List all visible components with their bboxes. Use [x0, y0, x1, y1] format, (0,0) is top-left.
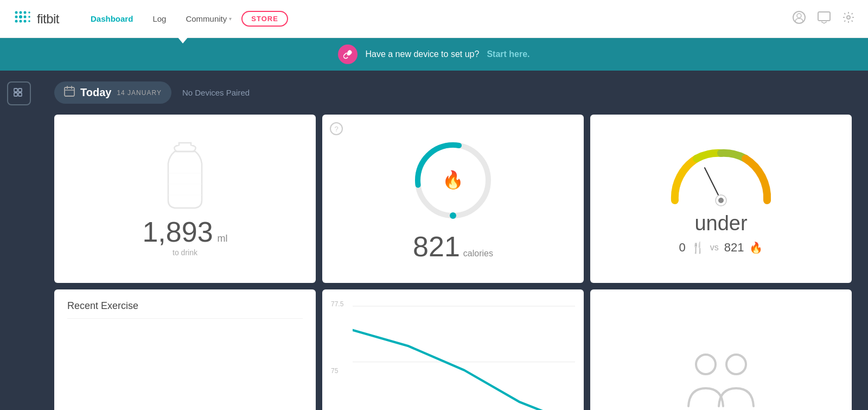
- svg-text:🔥: 🔥: [442, 169, 464, 190]
- divider: [67, 318, 303, 319]
- chart-plot-area: [353, 298, 575, 410]
- community-dropdown-icon: ▾: [229, 16, 232, 22]
- svg-point-6: [15, 20, 18, 22]
- banner-start-link[interactable]: Start here.: [487, 49, 529, 59]
- svg-point-13: [797, 14, 801, 18]
- svg-point-1: [20, 11, 22, 14]
- balance-status: under: [694, 212, 747, 235]
- gauge-icon: [661, 143, 781, 209]
- sidebar-grid-button[interactable]: [7, 81, 31, 105]
- nav-active-arrow: [177, 37, 188, 43]
- burned-calories-balance: 821: [724, 241, 744, 255]
- calorie-balance-card: under 0 🍴 vs 821 🔥: [590, 115, 852, 283]
- svg-point-3: [15, 15, 18, 18]
- svg-point-5: [24, 15, 27, 18]
- header-actions: [792, 10, 855, 28]
- y-label-2: 75: [331, 367, 348, 375]
- main-area: Today 14 JANUARY No Devices Paired 1,893: [0, 71, 868, 410]
- water-bottle-icon: [161, 141, 209, 211]
- svg-point-4: [19, 15, 22, 18]
- main-nav: Dashboard Log Community ▾ STORE: [81, 10, 792, 28]
- svg-rect-14: [818, 12, 830, 21]
- weight-chart-svg: [353, 298, 575, 410]
- calories-burned-card: ? 🔥 821 calories: [322, 115, 584, 283]
- banner-link-icon: [338, 45, 358, 64]
- help-icon[interactable]: ?: [330, 122, 343, 135]
- svg-rect-18: [14, 93, 17, 96]
- food-calories-value: 0: [679, 241, 686, 255]
- calories-display: 821 calories: [413, 232, 493, 261]
- store-button[interactable]: STORE: [241, 11, 288, 27]
- header: fitbit Dashboard Log Community ▾ STORE: [0, 0, 868, 38]
- svg-rect-17: [18, 89, 22, 92]
- calorie-balance-row: 0 🍴 vs 821 🔥: [679, 241, 763, 255]
- svg-rect-20: [65, 87, 74, 96]
- y-label-1: 77.5: [331, 300, 348, 308]
- today-label: Today: [80, 86, 111, 99]
- water-value-display: 1,893 ml: [142, 218, 227, 246]
- nav-log[interactable]: Log: [143, 10, 176, 28]
- svg-point-10: [28, 16, 30, 18]
- svg-point-9: [28, 11, 30, 14]
- nav-dashboard[interactable]: Dashboard: [81, 10, 143, 28]
- calories-value: 821: [413, 232, 460, 261]
- svg-point-11: [28, 20, 30, 22]
- no-devices-text: No Devices Paired: [182, 88, 250, 97]
- friends-card: [590, 289, 852, 410]
- svg-point-23: [450, 212, 456, 219]
- svg-point-2: [24, 11, 27, 14]
- date-value: 14 JANUARY: [117, 89, 161, 97]
- user-icon[interactable]: [792, 10, 806, 28]
- water-card: 1,893 ml to drink: [54, 115, 316, 283]
- date-bar: Today 14 JANUARY No Devices Paired: [54, 81, 852, 104]
- nav-community[interactable]: Community ▾: [176, 10, 241, 28]
- dashboard-cards: 1,893 ml to drink ?: [54, 115, 852, 410]
- logo-area: fitbit: [13, 9, 59, 29]
- svg-rect-19: [18, 93, 22, 96]
- water-unit: ml: [218, 233, 228, 244]
- recent-exercise-title: Recent Exercise: [67, 300, 138, 312]
- calendar-icon: [64, 86, 75, 99]
- svg-point-8: [24, 20, 27, 22]
- fire-icon-balance: 🔥: [749, 241, 763, 254]
- friends-silhouettes-icon: [678, 349, 764, 409]
- dashboard-content: Today 14 JANUARY No Devices Paired 1,893: [38, 71, 868, 410]
- water-amount: 1,893: [142, 218, 213, 246]
- svg-point-27: [718, 198, 724, 203]
- fork-knife-icon: 🍴: [691, 241, 705, 254]
- svg-point-32: [696, 355, 716, 374]
- message-icon[interactable]: [817, 11, 831, 27]
- logo-text: fitbit: [37, 11, 59, 27]
- svg-point-7: [20, 20, 22, 22]
- weight-chart-card: 77.5 75 72.5: [322, 289, 584, 410]
- setup-banner: Have a new device to set up? Start here.: [0, 38, 868, 71]
- date-picker[interactable]: Today 14 JANUARY: [54, 81, 171, 104]
- chart-container: 77.5 75 72.5: [331, 298, 575, 410]
- chart-y-axis: 77.5 75 72.5: [331, 298, 353, 410]
- calories-unit: calories: [463, 249, 493, 258]
- water-label: to drink: [173, 248, 197, 257]
- fitbit-logo-icon: [13, 9, 33, 29]
- recent-exercise-card: Recent Exercise: [54, 289, 316, 410]
- settings-icon[interactable]: [842, 11, 855, 27]
- calories-ring: 🔥: [410, 137, 496, 224]
- svg-rect-16: [14, 89, 17, 92]
- svg-point-33: [726, 355, 746, 374]
- vs-label: vs: [710, 243, 719, 253]
- banner-text: Have a new device to set up?: [365, 49, 479, 59]
- svg-point-15: [847, 16, 850, 19]
- svg-point-0: [15, 11, 18, 14]
- sidebar: [0, 71, 38, 410]
